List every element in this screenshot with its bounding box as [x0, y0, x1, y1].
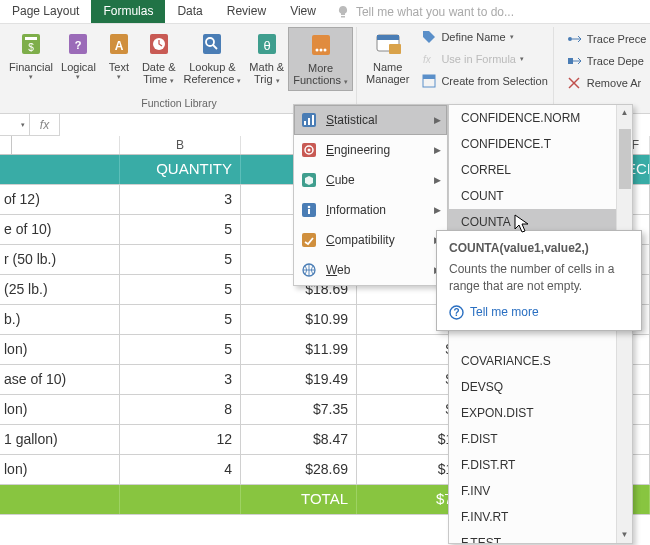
define-name-button[interactable]: Define Name ▾ [419, 27, 549, 47]
financial-button[interactable]: $ Financial▾ [5, 27, 57, 91]
svg-rect-27 [308, 118, 310, 125]
text-icon: A [104, 29, 134, 59]
more-functions-button[interactable]: More Functions ▾ [288, 27, 353, 91]
svg-rect-13 [312, 35, 330, 55]
help-icon: ? [449, 305, 464, 320]
svg-text:$: $ [28, 42, 34, 53]
svg-point-14 [315, 49, 318, 52]
trace-dependents-icon [567, 53, 583, 69]
fn-item[interactable]: F.INV.RT [449, 504, 632, 530]
chevron-right-icon: ▶ [434, 115, 441, 125]
fn-item[interactable]: CORREL [449, 157, 632, 183]
create-from-selection-button[interactable]: Create from Selection [419, 71, 549, 91]
clock-icon [144, 29, 174, 59]
name-manager-button[interactable]: Name Manager [362, 27, 413, 91]
date-time-button[interactable]: Date & Time ▾ [138, 27, 180, 91]
theta-icon: θ [252, 29, 282, 59]
svg-point-16 [323, 49, 326, 52]
compatibility-icon [300, 231, 318, 249]
trace-dependents-button[interactable]: Trace Depe [565, 51, 649, 71]
fn-item[interactable]: COVARIANCE.S [449, 348, 632, 374]
fx-label[interactable]: fx [30, 114, 60, 136]
remove-arrows-button[interactable]: Remove Ar [565, 73, 649, 93]
fn-item[interactable]: COUNT [449, 183, 632, 209]
menu-engineering[interactable]: Engineering ▶ [294, 135, 447, 165]
fx-icon: fx [421, 51, 437, 67]
svg-rect-26 [304, 121, 306, 125]
tab-review[interactable]: Review [215, 0, 278, 23]
tell-me-more-link[interactable]: ? Tell me more [449, 305, 629, 320]
svg-rect-24 [568, 58, 573, 64]
tab-view[interactable]: View [278, 0, 328, 23]
menu-information[interactable]: Information ▶ [294, 195, 447, 225]
svg-rect-1 [25, 37, 37, 40]
fn-item[interactable]: F.DIST [449, 426, 632, 452]
menu-statistical[interactable]: Statistical ▶ [294, 105, 447, 135]
svg-text:θ: θ [263, 38, 270, 53]
svg-text:fx: fx [423, 54, 432, 65]
math-trig-button[interactable]: θ Math & Trig ▾ [245, 27, 288, 91]
more-functions-menu: Statistical ▶ Engineering ▶ Cube ▶ Infor… [293, 104, 448, 286]
scroll-thumb[interactable] [619, 129, 631, 189]
text-button[interactable]: A Text▾ [100, 27, 138, 91]
menu-web[interactable]: Web ▶ [294, 255, 447, 285]
fn-item[interactable]: F.DIST.RT [449, 452, 632, 478]
ribbon-tabs: Page Layout Formulas Data Review View Te… [0, 0, 650, 24]
trace-precedents-icon [567, 31, 583, 47]
svg-point-15 [319, 49, 322, 52]
name-box[interactable]: ▾ [0, 114, 30, 136]
tooltip-body: Counts the number of cells in a range th… [449, 261, 629, 295]
svg-point-31 [308, 149, 311, 152]
svg-text:A: A [115, 39, 124, 53]
tab-formulas[interactable]: Formulas [91, 0, 165, 23]
svg-rect-36 [302, 233, 316, 247]
financial-icon: $ [16, 29, 46, 59]
remove-arrows-icon [567, 75, 583, 91]
logical-icon: ? [63, 29, 93, 59]
trace-precedents-button[interactable]: Trace Prece [565, 29, 649, 49]
information-icon [300, 201, 318, 219]
statistical-icon [300, 111, 318, 129]
svg-rect-22 [423, 75, 435, 79]
web-icon [300, 261, 318, 279]
fn-item[interactable]: F.INV [449, 478, 632, 504]
fn-item[interactable]: CONFIDENCE.T [449, 131, 632, 157]
fn-item[interactable]: DEVSQ [449, 374, 632, 400]
lookup-icon [197, 29, 227, 59]
function-tooltip: COUNTA(value1,value2,) Counts the number… [436, 230, 642, 331]
lookup-button[interactable]: Lookup & Reference ▾ [180, 27, 246, 91]
scroll-up-button[interactable]: ▲ [617, 105, 632, 121]
menu-cube[interactable]: Cube ▶ [294, 165, 447, 195]
scroll-down-button[interactable]: ▼ [617, 527, 632, 543]
name-manager-icon [373, 29, 403, 59]
svg-text:?: ? [75, 39, 82, 51]
svg-point-23 [568, 37, 572, 41]
tag-icon [421, 29, 437, 45]
mouse-cursor-icon [514, 214, 532, 234]
tab-data[interactable]: Data [165, 0, 214, 23]
svg-rect-18 [377, 35, 399, 40]
logical-button[interactable]: ? Logical▾ [57, 27, 100, 91]
use-in-formula-button: fx Use in Formula ▾ [419, 49, 549, 69]
svg-text:?: ? [453, 307, 459, 318]
col-B[interactable]: B [120, 136, 241, 154]
svg-rect-28 [312, 115, 314, 125]
more-functions-icon [306, 30, 336, 60]
svg-point-34 [308, 206, 311, 209]
engineering-icon [300, 141, 318, 159]
svg-rect-19 [389, 44, 401, 54]
fn-item[interactable]: F.TEST [449, 530, 632, 543]
svg-rect-35 [308, 209, 310, 214]
create-selection-icon [421, 73, 437, 89]
function-library-label: Function Library [141, 97, 216, 113]
tell-me-search[interactable]: Tell me what you want to do... [336, 0, 514, 23]
ribbon: $ Financial▾ ? Logical▾ A Text▾ Date & T… [0, 24, 650, 114]
cube-icon [300, 171, 318, 189]
tab-page-layout[interactable]: Page Layout [0, 0, 91, 23]
tooltip-title: COUNTA(value1,value2,) [449, 241, 629, 255]
fn-item[interactable]: EXPON.DIST [449, 400, 632, 426]
fn-item[interactable]: CONFIDENCE.NORM [449, 105, 632, 131]
lightbulb-icon [336, 5, 350, 19]
menu-compatibility[interactable]: Compatibility ▶ [294, 225, 447, 255]
